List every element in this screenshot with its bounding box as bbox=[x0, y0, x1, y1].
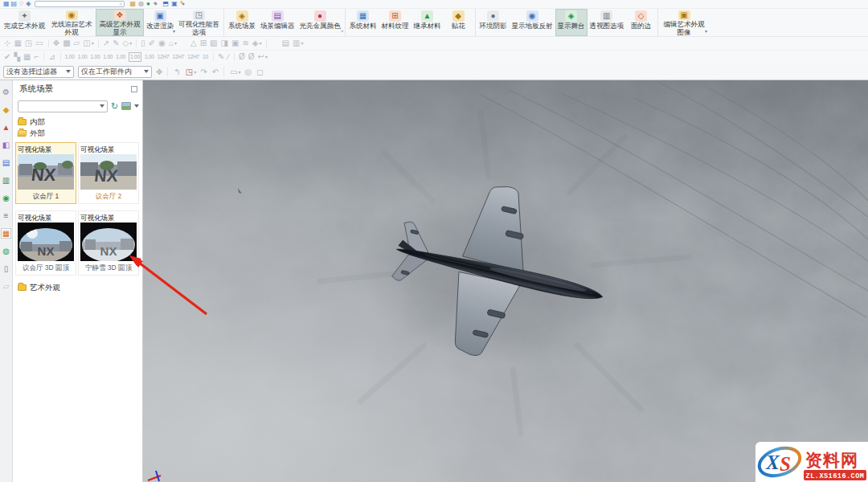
toolbar-icon[interactable]: ⌂▾ bbox=[169, 39, 177, 47]
thumbnail-view-icon[interactable] bbox=[121, 102, 131, 110]
selection-filter-select[interactable]: 没有选择过滤器 bbox=[3, 66, 74, 78]
toolbar-icon[interactable]: ◨ bbox=[221, 39, 229, 47]
toolbar-item[interactable]: ▦ bbox=[23, 53, 31, 61]
toolbar-icon[interactable]: ◫▾ bbox=[83, 39, 98, 47]
selection-scope-select[interactable]: 仅在工作部件内 bbox=[78, 66, 152, 78]
scene-search-select[interactable] bbox=[18, 100, 108, 112]
visualization-performance-button[interactable]: ◳ 可视化性能首选项 bbox=[176, 9, 224, 36]
wire-pick-icon[interactable]: ◻ bbox=[256, 67, 264, 76]
extra-palette-icon[interactable]: ▱ bbox=[1, 281, 11, 292]
annotate-icon[interactable]: ✎▾ bbox=[180, 1, 185, 7]
toolbar-icon[interactable]: ⊹ bbox=[4, 39, 11, 47]
toolbar-icon[interactable]: ◇▾ bbox=[123, 39, 137, 47]
shaded-pick-icon[interactable]: ◎ bbox=[245, 67, 253, 76]
window-icon[interactable]: ▦ bbox=[129, 1, 133, 7]
toolbar-icon[interactable]: ↗ bbox=[103, 39, 110, 47]
redo-pick-icon[interactable]: ↷ bbox=[200, 67, 207, 76]
show-floor-reflection-button[interactable]: ◉ 显示地板反射 bbox=[510, 9, 555, 36]
refresh-icon[interactable]: ↻ bbox=[111, 102, 118, 111]
toolbar-icon[interactable]: ◉ bbox=[158, 39, 166, 47]
tree-item-external[interactable]: 外部 bbox=[18, 128, 142, 139]
toolbar-item[interactable]: 10 bbox=[203, 53, 214, 61]
toolbar-icon[interactable]: ▩ bbox=[63, 39, 71, 47]
toolbar-icon[interactable]: ≋ bbox=[242, 39, 249, 47]
toolbar-item[interactable]: ▚ bbox=[14, 53, 21, 61]
inherit-material-button[interactable]: ▲ 继承材料 bbox=[411, 9, 444, 36]
toolbar-item[interactable]: ⊿ bbox=[48, 53, 60, 61]
open-part-icon[interactable]: ▤ bbox=[11, 1, 14, 7]
system-scenes-palette-icon[interactable]: ▦ bbox=[1, 228, 11, 239]
internet-icon[interactable]: ◍ bbox=[1, 246, 11, 256]
select-prev-icon[interactable]: ↰ bbox=[174, 67, 181, 76]
toolbar-item[interactable]: 12H7 bbox=[187, 53, 200, 61]
touch-icon[interactable]: ◍ bbox=[138, 1, 141, 7]
toolbar-item[interactable]: ↩▾ bbox=[258, 53, 268, 61]
layout-icon[interactable]: ▣ bbox=[171, 1, 174, 7]
scene-card-council-2[interactable]: 可视化场景 NX 议会厅 2 bbox=[78, 142, 139, 204]
toolbar-icon[interactable]: ◈▾ bbox=[252, 39, 267, 47]
scene-card-tranquil-snow-dome[interactable]: 可视化场景 NX 宁静雪 3D 圆顶 bbox=[78, 210, 139, 276]
tree-item-studio-appearance[interactable]: 艺术外观 bbox=[18, 282, 142, 293]
toolbar-item[interactable]: 1.00 bbox=[116, 53, 126, 61]
toolbar-item[interactable]: 12H7 bbox=[173, 53, 186, 61]
toolbar-item[interactable]: 1.00 bbox=[145, 53, 155, 61]
finish-studio-appearance-button[interactable]: ✦ 完成艺术外观 bbox=[2, 9, 47, 36]
face-edges-button[interactable]: ◇ 面的边 bbox=[626, 9, 658, 36]
web-browser-icon[interactable]: ◉ bbox=[1, 193, 11, 203]
ambient-shadows-button[interactable]: ● 环境阴影 bbox=[477, 9, 510, 36]
edit-studio-image-button[interactable]: ▣ 编辑艺术外观图像 ▾ bbox=[660, 9, 708, 36]
save-part-icon[interactable]: ♢ bbox=[18, 1, 21, 7]
toolbar-icon[interactable]: △ bbox=[190, 39, 198, 47]
highlight-face-icon[interactable]: ◳▾ bbox=[186, 67, 196, 76]
toolbar-item[interactable]: ✔ bbox=[4, 53, 11, 61]
history-icon[interactable]: ≡ bbox=[1, 210, 11, 221]
toolbar-item[interactable]: Ø bbox=[248, 53, 256, 61]
graphics-viewport[interactable] bbox=[143, 80, 868, 482]
system-scenes-button[interactable]: ◈ 系统场景 bbox=[226, 9, 258, 36]
toolbar-icon[interactable]: ▣ bbox=[231, 39, 240, 47]
library-icon[interactable]: ▥ bbox=[1, 175, 11, 186]
constraint-navigator-icon[interactable]: ◆ bbox=[1, 104, 11, 115]
palette-float-button[interactable] bbox=[131, 86, 137, 92]
toolbar-item[interactable]: 1.00 bbox=[91, 53, 101, 61]
toolbar-icon[interactable]: ▧ bbox=[210, 39, 218, 47]
perspective-options-button[interactable]: ▥ 透视图选项 bbox=[588, 9, 627, 36]
chevron-down-icon[interactable] bbox=[134, 104, 139, 108]
scene-card-council-1[interactable]: 可视化场景 NX 议会厅 1 bbox=[15, 142, 76, 204]
undo-pick-icon[interactable]: ↶ bbox=[212, 67, 224, 76]
part-navigator-icon[interactable]: ◧ bbox=[1, 140, 11, 150]
improve-rendering-button[interactable]: ▣ 改进渲染 ▾ bbox=[144, 9, 176, 36]
toolbar-item[interactable]: 1.00 bbox=[78, 53, 88, 61]
toolbar-item[interactable]: 1.00 bbox=[103, 53, 113, 61]
rectangle-pick-icon[interactable]: ▭▾ bbox=[230, 67, 240, 76]
display-icon[interactable]: ● bbox=[146, 1, 147, 7]
capture-icon[interactable]: ⬒ bbox=[163, 1, 166, 7]
roles-icon[interactable]: ⚙ bbox=[1, 87, 11, 97]
reuse-library-icon[interactable]: ▤ bbox=[1, 157, 11, 168]
toolbar-item[interactable]: ✎ bbox=[218, 53, 225, 61]
effects-icon[interactable]: ✦▾ bbox=[153, 1, 158, 7]
part-window-icon[interactable]: ▦ bbox=[3, 1, 6, 7]
toolbar-icon[interactable]: ✐ bbox=[149, 39, 156, 47]
show-stage-button[interactable]: ◈ 显示舞台 bbox=[555, 9, 588, 36]
hd3d-tools-icon[interactable]: ▯ bbox=[1, 263, 11, 274]
toolbar-icon[interactable]: ▥▾ bbox=[293, 39, 303, 47]
toolbar-icon[interactable]: ▭ bbox=[35, 39, 48, 47]
scene-card-council-dome[interactable]: 可视化场景 NX 议会厅 3D 圆顶 bbox=[15, 210, 76, 276]
toolbar-item[interactable]: 12H7 bbox=[158, 53, 170, 61]
toolbar-icon[interactable]: ▦ bbox=[14, 39, 22, 47]
system-materials-button[interactable]: ▦ 系统材料 bbox=[347, 9, 379, 36]
toolbar-icon[interactable]: ▱ bbox=[74, 39, 81, 47]
toolbar-icon[interactable]: ▤ bbox=[282, 39, 290, 47]
toolbar-item[interactable]: ⌐ bbox=[35, 53, 45, 61]
toolbar-icon[interactable]: ⊞ bbox=[200, 39, 207, 47]
decals-button[interactable]: ◆ 贴花 bbox=[444, 9, 476, 36]
toolbar-item[interactable]: ∕ bbox=[227, 53, 235, 61]
undo-icon[interactable]: ◈▾ bbox=[26, 1, 30, 7]
tree-item-internal[interactable]: 内部 bbox=[18, 116, 142, 128]
advanced-studio-display-button[interactable]: ❖ 高级艺术外观显示 bbox=[96, 9, 144, 36]
toolbar-icon[interactable]: ✎ bbox=[113, 39, 120, 47]
command-finder-input[interactable]: ⌕ bbox=[35, 1, 125, 7]
scene-editor-button[interactable]: ▤ 场景编辑器 bbox=[258, 9, 297, 36]
toolbar-item[interactable]: 1.00 bbox=[129, 52, 142, 62]
